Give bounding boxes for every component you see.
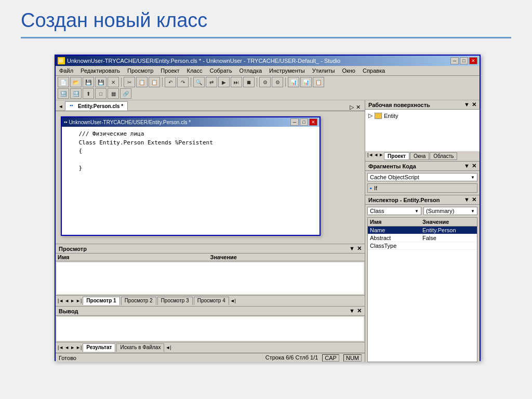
review-tab-1[interactable]: Просмотр 1	[83, 297, 119, 305]
tb-step[interactable]: ⏭	[231, 77, 242, 87]
ws-nav-next[interactable]: ►	[379, 152, 383, 160]
tb-cut[interactable]: ✂	[124, 77, 135, 87]
ws-nav-first[interactable]: |◄	[367, 152, 373, 160]
menu-help[interactable]: Справка	[361, 67, 387, 74]
review-nav-last[interactable]: ►|	[76, 298, 82, 303]
review-nav-next[interactable]: ►	[70, 298, 75, 303]
tb-row2-4[interactable]: □	[95, 88, 107, 99]
tb-undo[interactable]: ↶	[165, 77, 176, 87]
code-win-maximize[interactable]: □	[300, 118, 308, 126]
review-pin-icon[interactable]: ▼	[349, 245, 355, 252]
tb-replace[interactable]: ⇄	[206, 77, 217, 87]
tb-compile[interactable]: ⚙	[259, 77, 271, 87]
inspector-pin[interactable]: ▼	[464, 196, 470, 203]
inspector-dropdowns: Class ▼ (Summary) ▼	[365, 205, 480, 217]
output-close-icon[interactable]: ✕	[357, 308, 362, 314]
inspector-row-abstract[interactable]: Abstract False	[368, 234, 477, 242]
close-button[interactable]: ✕	[469, 57, 477, 64]
tb-row2-5[interactable]: ▦	[108, 88, 119, 99]
menu-file[interactable]: Файл	[58, 67, 75, 74]
output-nav-last[interactable]: ►|	[76, 345, 82, 350]
workspace-tab-windows[interactable]: Окна	[410, 152, 429, 160]
inspector-name-key: Name	[370, 227, 422, 233]
menu-window[interactable]: Окно	[340, 67, 357, 74]
review-tab-2[interactable]: Просмотр 2	[121, 297, 156, 305]
review-close-icon[interactable]: ✕	[357, 245, 362, 252]
tab-arrow-left[interactable]: ◄	[58, 102, 64, 111]
maximize-button[interactable]: □	[460, 57, 468, 64]
review-tab-3[interactable]: Просмотр 3	[157, 297, 193, 305]
fragment-item-if[interactable]: ▪ If	[367, 183, 477, 193]
menu-view[interactable]: Просмотр	[126, 67, 155, 74]
workspace-tab-project[interactable]: Проект	[384, 152, 409, 160]
tb-save[interactable]: 💾	[83, 77, 94, 87]
inspector-controls: ▼ ✕	[464, 196, 476, 203]
review-tab-4[interactable]: Просмотр 4	[194, 297, 229, 305]
tree-item-label: Entity	[384, 113, 398, 119]
tb-find[interactable]: 🔍	[193, 77, 205, 87]
tb-new[interactable]: 📄	[58, 77, 69, 87]
tb-compile-all[interactable]: ⚙	[272, 77, 283, 87]
inspector-dropdown-2[interactable]: (Summary) ▼	[423, 207, 477, 215]
minimize-button[interactable]: ─	[450, 57, 459, 64]
tb-extra3[interactable]: 📋	[313, 77, 324, 87]
fragments-dropdown-1[interactable]: Cache ObjectScript ▼	[367, 173, 477, 181]
output-panel: Вывод ▼ ✕ |◄ ◄ ► ►| Результат Искать в Ф…	[56, 306, 365, 353]
inspector-row-name[interactable]: Name Entity.Person	[368, 227, 477, 234]
tb-paste[interactable]: 📋	[149, 77, 160, 87]
tree-item-entity[interactable]: ▷ Entity	[367, 112, 477, 119]
tb-separator-4	[257, 77, 257, 87]
tb-row2-6[interactable]: 🔗	[120, 88, 131, 99]
workspace-close[interactable]: ✕	[472, 101, 476, 108]
code-content: /// Физические лица Class Entity.Person …	[65, 130, 316, 173]
code-win-close[interactable]: ✕	[309, 118, 317, 126]
tree-folder-icon	[375, 113, 382, 119]
menu-class[interactable]: Класс	[185, 67, 204, 74]
fragments-close[interactable]: ✕	[472, 163, 476, 169]
inspector-close[interactable]: ✕	[472, 196, 476, 203]
output-nav-prev[interactable]: ◄	[64, 345, 69, 350]
editor-tab-active[interactable]: ▪▪ Entity.Person.cls *	[65, 101, 128, 111]
workspace-tab-area[interactable]: Область	[430, 152, 457, 160]
menu-project[interactable]: Проект	[159, 67, 181, 74]
code-editor-area[interactable]: /// Физические лица Class Entity.Person …	[62, 127, 320, 235]
tab-pin[interactable]: ▷	[350, 104, 354, 111]
menu-debug[interactable]: Отладка	[238, 67, 263, 74]
inspector-dropdown-1[interactable]: Class ▼	[367, 207, 421, 215]
output-pin-icon[interactable]: ▼	[349, 308, 355, 314]
review-panel-title: Просмотр	[59, 246, 87, 252]
tb-row2-3[interactable]: ⬆	[83, 88, 94, 99]
inspector-name-val: Entity.Person	[422, 227, 475, 233]
tb-row2-1[interactable]: 🔙	[58, 88, 69, 99]
inspector-row-classtype[interactable]: ClassType	[368, 242, 477, 250]
tb-run[interactable]: ▶	[218, 77, 230, 87]
output-tab-result[interactable]: Результат	[83, 343, 115, 352]
review-nav-first[interactable]: |◄	[58, 298, 63, 303]
menu-build[interactable]: Собрать	[208, 67, 233, 74]
output-tab-search[interactable]: Искать в Файлах	[116, 343, 164, 352]
inspector-dd2-arrow: ▼	[471, 209, 475, 214]
menu-utils[interactable]: Утилиты	[311, 67, 337, 74]
tb-row2-2[interactable]: 🔜	[70, 88, 82, 99]
output-nav-next[interactable]: ►	[70, 345, 75, 350]
fragments-pin[interactable]: ▼	[464, 163, 470, 169]
code-win-minimize[interactable]: ─	[290, 118, 299, 126]
tb-extra2[interactable]: 📊	[300, 77, 312, 87]
ws-nav-prev[interactable]: ◄	[374, 152, 378, 160]
output-nav-first[interactable]: |◄	[58, 345, 63, 350]
tb-extra1[interactable]: 📊	[288, 77, 299, 87]
tb-redo[interactable]: ↷	[177, 77, 189, 87]
workspace-pin[interactable]: ▼	[464, 101, 470, 108]
menu-edit[interactable]: Редактировать	[79, 67, 122, 74]
review-nav-extra[interactable]: ◄|	[230, 298, 236, 303]
menu-tools[interactable]: Инструменты	[268, 67, 307, 74]
tb-copy[interactable]: 📋	[136, 77, 148, 87]
review-nav-prev[interactable]: ◄	[64, 298, 69, 303]
tb-open[interactable]: 📂	[70, 77, 82, 87]
tab-close-x[interactable]: ✕	[356, 104, 361, 111]
output-nav-extra[interactable]: ◄|	[165, 345, 171, 350]
tb-stop[interactable]: ⏹	[243, 77, 255, 87]
tb-save-all[interactable]: 💾	[95, 77, 107, 87]
review-table-body	[57, 262, 364, 294]
tb-close[interactable]: ✕	[108, 77, 119, 87]
